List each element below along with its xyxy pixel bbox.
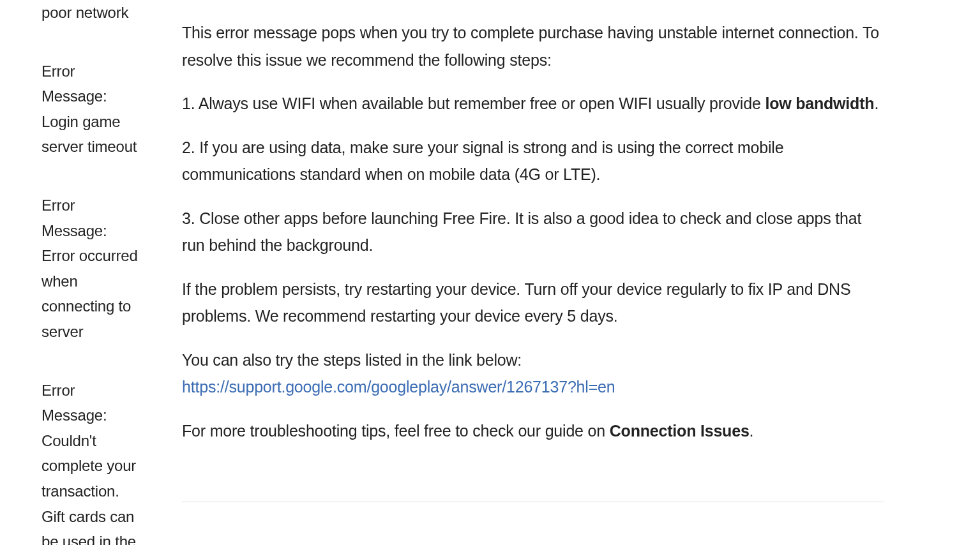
sidebar-item-poor-network[interactable]: poor network xyxy=(41,0,139,26)
try-also-text: You can also try the steps listed in the… xyxy=(182,351,522,369)
sidebar-item-login-timeout[interactable]: Error Message: Login game server timeout xyxy=(41,59,139,160)
step-1-prefix: 1. Always use WIFI when available but re… xyxy=(182,94,765,112)
sidebar: poor network Error Message: Login game s… xyxy=(0,0,139,545)
more-bold: Connection Issues xyxy=(610,422,750,440)
sidebar-item-gift-card[interactable]: Error Message: Couldn't complete your tr… xyxy=(41,378,139,545)
section-divider xyxy=(182,502,884,502)
more-suffix: . xyxy=(750,422,754,440)
sidebar-item-error-connecting[interactable]: Error Message: Error occurred when conne… xyxy=(41,193,139,345)
article-body: This error message pops when you try to … xyxy=(139,0,980,545)
step-3-text: 3. Close other apps before launching Fre… xyxy=(182,209,861,255)
more-tips-paragraph: For more troubleshooting tips, feel free… xyxy=(182,417,884,445)
step-3: 3. Close other apps before launching Fre… xyxy=(182,205,884,259)
step-1: 1. Always use WIFI when available but re… xyxy=(182,90,884,117)
persist-paragraph: If the problem persists, try restarting … xyxy=(182,276,884,330)
step-1-bold: low bandwidth xyxy=(765,94,874,112)
step-2-text: 2. If you are using data, make sure your… xyxy=(182,138,783,184)
step-2: 2. If you are using data, make sure your… xyxy=(182,134,884,188)
more-prefix: For more troubleshooting tips, feel free… xyxy=(182,422,610,440)
step-1-suffix: . xyxy=(874,94,878,112)
sidebar-item-label: Error Message: Couldn't complete your tr… xyxy=(41,382,136,545)
try-also-paragraph: You can also try the steps listed in the… xyxy=(182,347,884,401)
sidebar-item-label: Error Message: Error occurred when conne… xyxy=(41,197,138,340)
external-help-link[interactable]: https://support.google.com/googleplay/an… xyxy=(182,378,615,396)
sidebar-item-label: poor network xyxy=(41,4,128,21)
page: poor network Error Message: Login game s… xyxy=(0,0,980,545)
persist-text: If the problem persists, try restarting … xyxy=(182,280,850,325)
intro-text: This error message pops when you try to … xyxy=(182,24,879,69)
intro-paragraph: This error message pops when you try to … xyxy=(182,19,884,73)
sidebar-item-label: Error Message: Login game server timeout xyxy=(41,63,137,156)
